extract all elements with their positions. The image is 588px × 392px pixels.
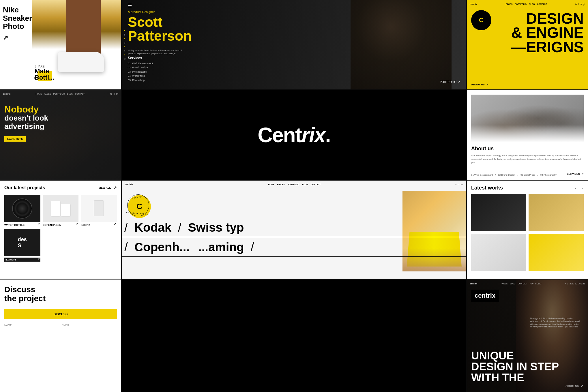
- proj-img-book: [43, 195, 79, 222]
- discuss-cta[interactable]: DISCUSS: [4, 309, 117, 319]
- ssoc-dot-2: [124, 38, 125, 39]
- nobody-soc-in[interactable]: in: [113, 93, 115, 95]
- white-sneaker: [58, 52, 104, 72]
- hamburger-icon[interactable]: ☰: [128, 3, 132, 8]
- design-nav-contact[interactable]: CONTACT: [537, 3, 547, 5]
- discuss-email-input[interactable]: [62, 322, 117, 328]
- projects-nav-right[interactable]: —: [93, 186, 96, 190]
- design-social-tw[interactable]: tw: [580, 3, 582, 5]
- marquee-socials: in f tw: [456, 183, 463, 186]
- works-grid: [471, 194, 584, 271]
- design-heading: DESIGN & ENGINE —ERIGNS: [511, 12, 584, 54]
- projects-viewall[interactable]: VIEW ALL: [98, 186, 111, 189]
- design-nav-pages[interactable]: PAGES: [505, 3, 512, 5]
- marquee-slash-1a: /: [122, 221, 130, 235]
- design-social-in[interactable]: in: [575, 3, 577, 5]
- proj-label-kodak: KODAK: [81, 224, 117, 226]
- unique-nav-links: PAGES BLOG CONTACT PORTFOLIO: [501, 283, 542, 285]
- about-image: [471, 95, 584, 142]
- work-item-3[interactable]: [471, 234, 526, 271]
- nobody-soc-fb[interactable]: fb: [110, 93, 112, 95]
- scott-desc: Hi! My name is Scott Patterson I have ac…: [128, 49, 186, 55]
- discuss-heading: Discussthe project: [4, 285, 117, 303]
- book-item-2: [61, 204, 70, 216]
- proj-img-vinyl: [4, 195, 40, 222]
- nobody-soc-tw[interactable]: tw: [116, 93, 118, 95]
- marquee-copenh: Copenh...: [130, 240, 194, 254]
- ssoc-dot-1: [124, 30, 125, 31]
- work-item-1[interactable]: [471, 194, 526, 231]
- design-nav: centrix PAGES PORTFOLIO BLOG CONTACT in …: [470, 3, 585, 5]
- nobody-nav-home[interactable]: HOME: [36, 93, 42, 95]
- discuss-name-input[interactable]: [4, 322, 59, 328]
- marquee-nav-prices[interactable]: PRICES: [277, 183, 285, 185]
- scott-portfolio-label: PORTFOLIO: [440, 80, 456, 84]
- design-social-yt[interactable]: yt: [583, 3, 585, 5]
- nobody-nav-contact[interactable]: CONTACT: [75, 93, 85, 95]
- nobody-nav-portfolio[interactable]: PORTFOLIO: [53, 93, 65, 95]
- nobody-cta[interactable]: LEARN MORE: [4, 136, 26, 142]
- unique-nav-pages[interactable]: PAGES: [501, 283, 508, 285]
- marquee-nav-contact[interactable]: CONTACT: [311, 183, 321, 185]
- marquee-nav-portfolio[interactable]: PORTFOLIO: [288, 183, 299, 185]
- nike-image: SHARE SHARE MateBottl...: [32, 0, 121, 89]
- design-h1-line3: —ERIGNS: [511, 40, 584, 54]
- unique-nav-contact[interactable]: CONTACT: [518, 283, 527, 285]
- proj-arrow-exoape[interactable]: ↗: [37, 257, 40, 261]
- design-aboutus[interactable]: ABOUT US ↗: [471, 83, 488, 86]
- proj-arrow-waterbottle[interactable]: ↗: [37, 222, 40, 226]
- nobody-heading-black: doesn't lookadvertising: [4, 114, 48, 130]
- marquee-nav-home[interactable]: HOME: [268, 183, 274, 185]
- marquee-nav: centrix HOME PRICES PORTFOLIO BLOG CONTA…: [125, 183, 463, 186]
- design-social-fb[interactable]: f: [578, 3, 579, 5]
- panel-unique: centrix PAGES BLOG CONTACT PORTFOLIO + 3…: [467, 280, 588, 392]
- nobody-nav-logo: centrix: [3, 93, 10, 95]
- nike-arrow[interactable]: ↗: [3, 34, 29, 42]
- unique-nav-blog[interactable]: BLOG: [510, 283, 515, 285]
- works-nav-right[interactable]: →: [580, 186, 584, 190]
- unique-logo-box: centrix: [471, 290, 499, 302]
- unique-h1-line1: UNIQUE: [471, 350, 559, 361]
- unique-nav-portfolio[interactable]: PORTFOLIO: [530, 283, 541, 285]
- design-aboutus-arrow: ↗: [486, 83, 488, 86]
- panel-works: Latest works ← →: [467, 181, 588, 279]
- creative-ring: · CREATIVE · CREATIVE AGENCY: [127, 194, 149, 216]
- panel-centrix: Centrix.: [122, 90, 466, 180]
- proj-item-waterbottle[interactable]: WATER BOTTLE ↗: [4, 195, 40, 226]
- proj-item-kodak[interactable]: KODAK ↗: [81, 195, 117, 226]
- marquee-nav-blog[interactable]: BLOG: [302, 183, 308, 185]
- unique-aboutus[interactable]: ABOUT US ↗: [565, 384, 584, 388]
- about-services-link[interactable]: SERVICES ↗: [567, 172, 584, 175]
- nobody-nav-blog[interactable]: BLOG: [67, 93, 73, 95]
- panel-projects: Our latest projects ← — VIEW ALL ↗ WATER…: [0, 181, 121, 279]
- proj-item-exoape[interactable]: desS EXOAPE ↗: [4, 229, 40, 262]
- unique-nav-logo: centrix: [470, 282, 477, 285]
- unique-content: UNIQUE DESIGN IN STEP WITH THE: [471, 350, 559, 383]
- marquee-soc-tw[interactable]: tw: [461, 183, 463, 186]
- design-nav-blog[interactable]: BLOG: [529, 3, 535, 5]
- projects-nav-left[interactable]: ←: [87, 186, 90, 190]
- proj-arrow-copenhagen[interactable]: ↗: [75, 222, 78, 226]
- nobody-nav-pages[interactable]: PAGES: [44, 93, 51, 95]
- marquee-soc-in[interactable]: in: [456, 183, 457, 186]
- proj-arrow-kodak[interactable]: ↗: [114, 222, 116, 226]
- panel-bottom-center: [122, 280, 466, 392]
- works-nav-left[interactable]: ←: [574, 186, 578, 190]
- work-item-2[interactable]: [529, 194, 584, 231]
- nobody-content: Nobody doesn't lookadvertising LEARN MOR…: [4, 105, 48, 142]
- panel-nobody: centrix HOME PAGES PORTFOLIO BLOG CONTAC…: [0, 90, 121, 180]
- work-item-4[interactable]: [529, 234, 584, 271]
- proj-item-copenhagen[interactable]: COPENHAGEN ↗: [43, 195, 79, 226]
- unique-quote: Doing growth @centrix is consumed by cre…: [530, 317, 582, 328]
- design-badge: C: [471, 10, 491, 30]
- scott-portfolio[interactable]: PORTFOLIO ↗: [440, 80, 460, 84]
- design-nav-portfolio[interactable]: PORTFOLIO: [515, 3, 527, 5]
- about-svc-sep3: /: [538, 174, 538, 176]
- projects-ext-link[interactable]: ↗: [113, 185, 117, 190]
- panel-design: centrix PAGES PORTFOLIO BLOG CONTACT in …: [467, 0, 588, 89]
- about-svc-2: 02 Brand Design: [498, 174, 515, 176]
- marquee-soc-fb[interactable]: f: [459, 183, 459, 186]
- panel-nike: Nike Sneakers Photo ↗ SHARE SHARE MateBo…: [0, 0, 121, 89]
- creative-ring-text: · CREATIVE ·: [130, 195, 147, 200]
- nobody-nav-socials: fb in tw: [110, 93, 118, 95]
